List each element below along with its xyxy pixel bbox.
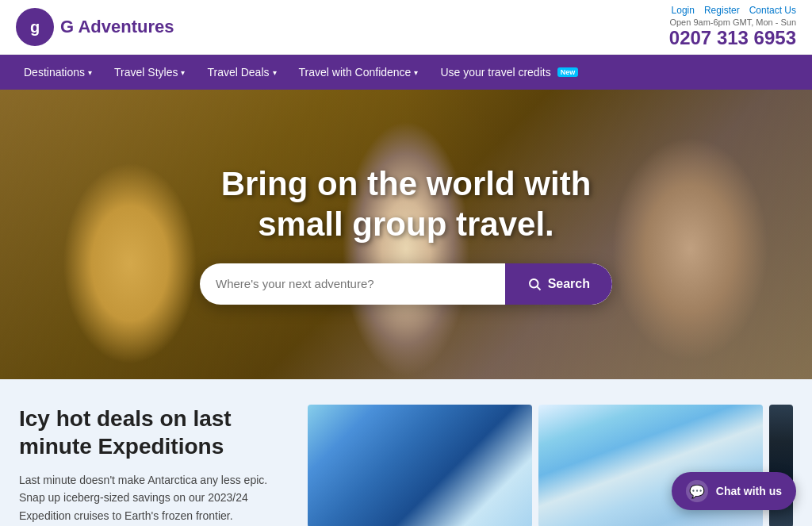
logo-area: g G Adventures (16, 8, 174, 46)
main-nav: Destinations ▾ Travel Styles ▾ Travel De… (0, 55, 812, 90)
phone-number: 0207 313 6953 (669, 27, 796, 49)
hero-title-line1: Bring on the world with (221, 165, 592, 202)
deal-image-1 (308, 405, 532, 526)
nav-travel-deals-chevron-icon: ▾ (273, 68, 277, 77)
search-bar: Search (200, 263, 612, 305)
logo-name: G Adventures (60, 17, 174, 37)
nav-travel-credits-label: Use your travel credits (440, 66, 550, 79)
logo-letter: g (30, 18, 40, 36)
contact-us-link[interactable]: Contact Us (749, 5, 796, 16)
deals-description: Last minute doesn't make Antarctica any … (19, 471, 289, 524)
hero-title-line2: small group travel. (258, 205, 553, 243)
top-bar: g G Adventures Login Register Contact Us… (0, 0, 812, 55)
register-link[interactable]: Register (704, 5, 740, 16)
hero-title: Bring on the world with small group trav… (221, 164, 592, 244)
nav-travel-confidence-chevron-icon: ▾ (414, 68, 418, 77)
deals-text: Icy hot deals on last minute Expeditions… (19, 405, 289, 526)
nav-travel-deals[interactable]: Travel Deals ▾ (196, 55, 287, 90)
nav-travel-confidence-label: Travel with Confidence (299, 66, 412, 79)
nav-travel-styles-chevron-icon: ▾ (181, 68, 185, 77)
phone-info: Open 9am-6pm GMT, Mon - Sun 0207 313 695… (669, 17, 796, 49)
search-input[interactable] (200, 263, 505, 305)
chat-widget[interactable]: 💬 Chat with us (672, 472, 796, 510)
top-links: Login Register Contact Us (672, 5, 796, 16)
svg-line-1 (537, 286, 540, 290)
nav-travel-styles[interactable]: Travel Styles ▾ (103, 55, 196, 90)
new-badge: New (557, 67, 579, 77)
open-hours: Open 9am-6pm GMT, Mon - Sun (669, 17, 796, 27)
nav-travel-deals-label: Travel Deals (207, 66, 269, 79)
hero-content: Bring on the world with small group trav… (221, 164, 592, 244)
hero-section: Bring on the world with small group trav… (0, 90, 812, 379)
logo-icon: g (16, 8, 54, 46)
nav-destinations-chevron-icon: ▾ (88, 68, 92, 77)
nav-travel-styles-label: Travel Styles (114, 66, 178, 79)
chat-icon: 💬 (686, 480, 708, 502)
nav-destinations[interactable]: Destinations ▾ (13, 55, 103, 90)
nav-travel-confidence[interactable]: Travel with Confidence ▾ (288, 55, 430, 90)
nav-travel-credits[interactable]: Use your travel credits New (429, 55, 589, 90)
top-right-area: Login Register Contact Us Open 9am-6pm G… (669, 5, 796, 49)
chat-label: Chat with us (716, 485, 782, 497)
search-button-label: Search (548, 277, 590, 291)
search-icon (527, 277, 542, 291)
login-link[interactable]: Login (672, 5, 695, 16)
deals-title: Icy hot deals on last minute Expeditions (19, 405, 289, 460)
nav-destinations-label: Destinations (24, 66, 85, 79)
search-button[interactable]: Search (505, 263, 612, 305)
svg-point-0 (530, 279, 538, 288)
